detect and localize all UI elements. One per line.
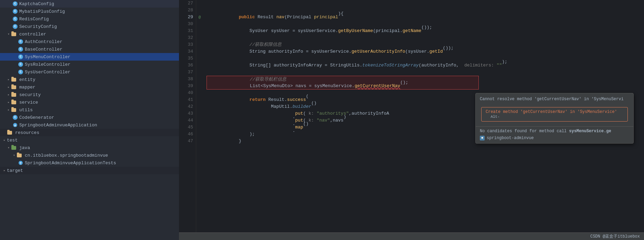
sidebar: C KaptchaConfig C MybatisPlusConfig C Re… xyxy=(0,0,179,240)
class-icon: C xyxy=(12,24,18,29)
sidebar-item-SysRoleController[interactable]: C SysRoleController xyxy=(0,61,179,68)
line-33: 33 xyxy=(179,41,196,48)
gutter-42 xyxy=(196,103,203,110)
line-46: 46 xyxy=(179,131,196,138)
folder-icon xyxy=(11,92,17,97)
line-39: 39 xyxy=(179,83,196,90)
line-36: 36 xyxy=(179,62,196,69)
sidebar-item-SysMenuController[interactable]: C SysMenuController xyxy=(0,53,179,61)
gutter-40 xyxy=(196,90,203,96)
sidebar-item-MybatisPlusConfig[interactable]: C MybatisPlusConfig xyxy=(0,8,179,15)
folder-icon xyxy=(11,100,17,105)
sidebar-item-SecurityConfig[interactable]: C SecurityConfig xyxy=(0,23,179,30)
gutter-45 xyxy=(196,124,203,131)
svg-text:A: A xyxy=(14,124,16,127)
line-30: 30 xyxy=(179,21,196,28)
class-icon: C xyxy=(18,69,23,75)
gutter-39 xyxy=(196,83,203,90)
line-32: 32 xyxy=(179,34,196,41)
gutter-41 xyxy=(196,96,203,103)
code-line-35 xyxy=(207,55,644,62)
gutter-38 xyxy=(196,76,203,83)
sidebar-item-AuthController[interactable]: C AuthController xyxy=(0,38,179,45)
sidebar-item-java[interactable]: ▾ java xyxy=(0,144,179,152)
class-icon: C xyxy=(18,46,23,52)
gutter-34 xyxy=(196,48,203,55)
class-icon: C xyxy=(18,62,23,67)
sidebar-item-SpringbootAdminvueApplication[interactable]: A SpringbootAdminvueApplication xyxy=(0,121,179,129)
gutter-35 xyxy=(196,55,203,62)
folder-icon xyxy=(11,84,17,90)
class-icon: C xyxy=(12,115,18,120)
line-40: 40 xyxy=(179,90,196,96)
error-popup: Cannot resolve method 'getCurrentUserNav… xyxy=(475,93,634,144)
gutter-30 xyxy=(196,21,203,28)
sidebar-item-cn-itbluebox[interactable]: ▾ cn.itbluebox.springbootadminvue xyxy=(0,152,179,159)
gutter-28 xyxy=(196,7,203,14)
code-area: 27 28 29 30 31 32 33 34 35 36 37 38 39 4… xyxy=(179,0,644,232)
sidebar-item-BaseController[interactable]: C BaseController xyxy=(0,45,179,53)
chevron-down-icon: ▾ xyxy=(7,32,10,36)
chevron-right-icon: ▸ xyxy=(3,169,6,172)
line-34: 34 xyxy=(179,48,196,55)
line-27: 27 xyxy=(179,0,196,7)
chevron-right-icon: ▸ xyxy=(7,101,10,104)
line-35: 35 xyxy=(179,55,196,62)
sidebar-item-target[interactable]: ▸ target xyxy=(0,167,179,174)
line-45: 45 xyxy=(179,124,196,131)
error-popup-candidates: No candidates found for method call sysM… xyxy=(476,126,633,143)
class-icon: C xyxy=(18,54,23,60)
gutter-33 xyxy=(196,41,203,48)
gutter: @ xyxy=(196,0,203,232)
sidebar-item-KaptchaConfig[interactable]: C KaptchaConfig xyxy=(0,0,179,8)
sidebar-item-entity[interactable]: ▸ entity xyxy=(0,76,179,83)
code-line-29: public Result nav(Principal principal){ xyxy=(207,14,644,21)
sidebar-item-SpringbootAdminvueApplicationTests[interactable]: T SpringbootAdminvueApplicationTests xyxy=(0,159,179,167)
sidebar-item-service[interactable]: ▸ service xyxy=(0,98,179,106)
line-numbers: 27 28 29 30 31 32 33 34 35 36 37 38 39 4… xyxy=(179,0,196,232)
line-28: 28 xyxy=(179,7,196,14)
sidebar-item-controller[interactable]: ▾ controller xyxy=(0,30,179,38)
main-editor: 27 28 29 30 31 32 33 34 35 36 37 38 39 4… xyxy=(179,0,644,240)
sidebar-item-test[interactable]: ▸ test xyxy=(0,136,179,144)
gutter-47 xyxy=(196,138,203,145)
gutter-32 xyxy=(196,34,203,41)
line-44: 44 xyxy=(179,117,196,124)
svg-text:T: T xyxy=(20,162,22,165)
chevron-right-icon: ▸ xyxy=(7,85,10,89)
module-label: springboot-adminvue xyxy=(487,136,534,140)
line-29: 29 xyxy=(179,14,196,21)
sidebar-item-RedisConfig[interactable]: C RedisConfig xyxy=(0,15,179,23)
no-candidates-text: No candidates found for method call sysM… xyxy=(480,129,611,134)
module-icon: ■ xyxy=(480,136,485,140)
code-line-31: SysUser sysUser = sysUserService.getByUs… xyxy=(207,28,644,34)
gutter-46 xyxy=(196,131,203,138)
line-31: 31 xyxy=(179,28,196,34)
sidebar-item-utils[interactable]: ▸ utils xyxy=(0,106,179,114)
folder-icon xyxy=(7,130,12,135)
sidebar-item-mapper[interactable]: ▸ mapper xyxy=(0,83,179,91)
class-icon: C xyxy=(12,1,18,7)
line-41: 41 xyxy=(179,96,196,103)
module-item: ■ springboot-adminvue xyxy=(480,135,629,141)
gutter-29: @ xyxy=(196,14,203,21)
chevron-right-icon: ▸ xyxy=(7,108,10,112)
sidebar-item-resources[interactable]: ▸ resources xyxy=(0,129,179,136)
sidebar-item-security[interactable]: ▸ security xyxy=(0,91,179,98)
gutter-27 xyxy=(196,0,203,7)
status-text: CSDN @蓝盒子itbluebox xyxy=(590,233,640,239)
gutter-37 xyxy=(196,69,203,76)
chevron-right-icon: ▸ xyxy=(7,93,10,96)
line-43: 43 xyxy=(179,110,196,117)
code-line-39: List<SysMenuDto> navs = sysMenuService.g… xyxy=(207,83,479,90)
create-method-link[interactable]: Create method 'getCurrentUserNav' in 'Sy… xyxy=(481,107,628,122)
java-folder-icon xyxy=(11,145,17,150)
sidebar-item-CodeGenerator[interactable]: C CodeGenerator xyxy=(0,114,179,121)
error-popup-message: Cannot resolve method 'getCurrentUserNav… xyxy=(476,93,633,105)
code-line-36: String[] authorityInfoArray = StringUtil… xyxy=(207,62,644,69)
line-42: 42 xyxy=(179,103,196,110)
package-icon xyxy=(17,153,22,158)
chevron-right-icon: ▸ xyxy=(3,138,6,142)
chevron-right-icon: ▸ xyxy=(7,78,10,81)
sidebar-item-SysUserController[interactable]: C SysUserController xyxy=(0,68,179,76)
